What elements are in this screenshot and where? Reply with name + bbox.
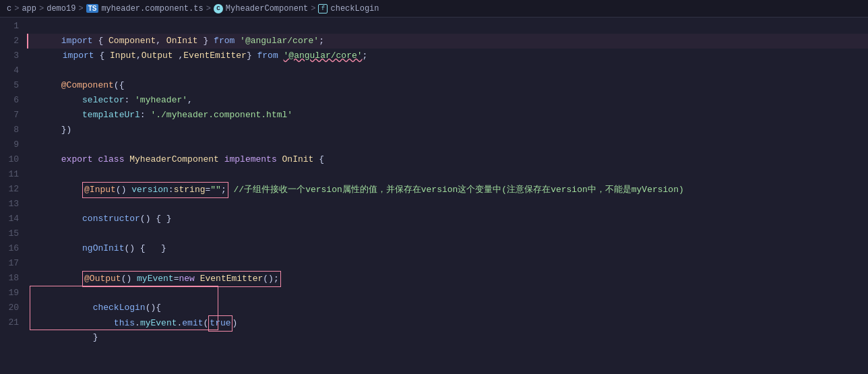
code-line-13: constructor() { } — [27, 197, 868, 212]
code-editor: 1 2 3 4 5 6 7 8 9 10 11 12 13 14 15 16 1… — [0, 18, 868, 374]
code-line-16 — [27, 241, 868, 256]
code-line-7: }) — [27, 108, 868, 123]
line-num-17: 17 — [5, 256, 19, 271]
code-line-19: checkLogin(){ — [27, 286, 868, 301]
breadcrumb-filename: myheader.component.ts — [101, 4, 203, 13]
line-num-15: 15 — [5, 226, 19, 241]
code-line-9: export class MyheaderComponent implement… — [27, 137, 868, 152]
code-line-8 — [27, 123, 868, 137]
breadcrumb-app: app — [22, 4, 36, 13]
breadcrumb: c > app > demo19 > TS myheader.component… — [0, 0, 868, 18]
code-line-2: import { Input,Output ,EventEmitter} fro… — [27, 34, 868, 49]
line-num-10: 10 — [5, 152, 19, 167]
code-line-3 — [27, 49, 868, 63]
code-content[interactable]: import { Component, OnInit } from '@angu… — [27, 18, 868, 374]
code-line-18 — [27, 271, 868, 286]
code-line-10 — [27, 152, 868, 167]
line-num-6: 6 — [5, 93, 19, 108]
breadcrumb-sep3: > — [78, 4, 83, 13]
code-line-4: @Component({ — [27, 63, 868, 78]
line-num-12: 12 — [5, 182, 19, 197]
line-numbers: 1 2 3 4 5 6 7 8 9 10 11 12 13 14 15 16 1… — [0, 18, 27, 374]
line-num-14: 14 — [5, 212, 19, 226]
breadcrumb-sep2: > — [39, 4, 44, 13]
breadcrumb-c: c — [7, 4, 11, 13]
line-num-19: 19 — [5, 286, 19, 301]
component-icon: C — [214, 4, 223, 13]
breadcrumb-sep1: > — [14, 4, 19, 13]
breadcrumb-sep4: > — [206, 4, 211, 13]
line-num-9: 9 — [5, 137, 19, 152]
line-num-2: 2 — [5, 34, 19, 49]
line-num-8: 8 — [5, 123, 19, 137]
breadcrumb-demo19: demo19 — [46, 4, 75, 13]
code-line-6: templateUrl: './myheader.component.html' — [27, 93, 868, 108]
line-num-11: 11 — [5, 167, 19, 182]
code-line-21: } — [27, 315, 868, 330]
code-line-14 — [27, 212, 868, 226]
line-num-13: 13 — [5, 197, 19, 212]
func-icon: f — [318, 4, 328, 13]
line-num-16: 16 — [5, 241, 19, 256]
breadcrumb-method: checkLogin — [330, 4, 379, 13]
ts-icon: TS — [86, 4, 99, 13]
line-num-1: 1 — [5, 19, 19, 34]
code-line-20: this.myEvent.emit(true) — [27, 301, 868, 315]
line-num-5: 5 — [5, 78, 19, 93]
code-line-1: import { Component, OnInit } from '@angu… — [27, 19, 868, 34]
breadcrumb-sep5: > — [311, 4, 315, 13]
code-line-17: @Output() myEvent=new EventEmitter(); — [27, 256, 868, 271]
code-line-12 — [27, 182, 868, 197]
code-line-11: @Input() version:string=""; //子组件接收一个ver… — [27, 167, 868, 182]
line-num-7: 7 — [5, 108, 19, 123]
line-num-18: 18 — [5, 271, 19, 286]
code-line-15: ngOnInit() { } — [27, 226, 868, 241]
code-line-5: selector: 'myheader', — [27, 78, 868, 93]
line-num-4: 4 — [5, 63, 19, 78]
line-num-21: 21 — [5, 315, 19, 330]
line-num-3: 3 — [5, 49, 19, 63]
line-num-20: 20 — [5, 301, 19, 315]
breadcrumb-component: MyheaderComponent — [226, 4, 308, 13]
